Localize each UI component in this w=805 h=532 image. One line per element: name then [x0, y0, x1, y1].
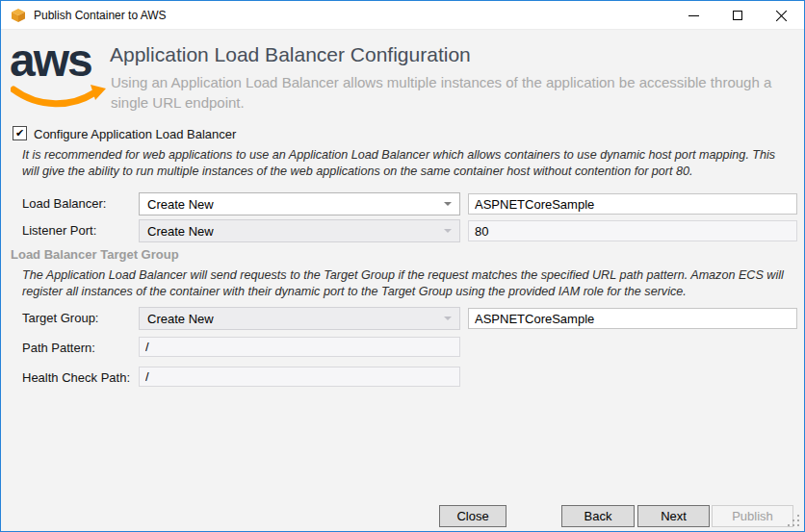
listener-port-dropdown-value: Create New: [140, 224, 444, 239]
load-balancer-name-input[interactable]: [468, 193, 797, 215]
window-title: Publish Container to AWS: [34, 9, 167, 22]
target-group-heading: Load Balancer Target Group: [11, 247, 179, 262]
target-group-description: The Application Load Balancer will send …: [22, 267, 794, 300]
load-balancer-dropdown-value: Create New: [140, 197, 444, 212]
target-group-label: Target Group:: [22, 311, 99, 325]
minimize-icon: [688, 15, 699, 16]
resize-grip[interactable]: [788, 515, 801, 528]
titlebar: Publish Container to AWS: [1, 1, 804, 30]
window-controls: [671, 1, 804, 30]
path-pattern-label: Path Pattern:: [22, 341, 95, 355]
listener-port-dropdown: Create New: [139, 219, 460, 242]
health-check-path-input[interactable]: [139, 367, 460, 387]
back-button[interactable]: Back: [561, 505, 635, 527]
load-balancer-label: Load Balancer:: [22, 196, 106, 211]
chevron-down-icon: [444, 202, 452, 206]
configure-alb-checkbox[interactable]: ✔: [13, 126, 27, 140]
publish-button: Publish: [712, 505, 793, 527]
chevron-down-icon: [444, 317, 452, 320]
aws-logo-text: aws: [10, 39, 108, 82]
path-pattern-input[interactable]: [139, 337, 460, 357]
footer-close-button[interactable]: Close: [439, 505, 506, 527]
titlebar-close-button[interactable]: [760, 1, 804, 30]
checkmark-icon: ✔: [15, 128, 24, 139]
configure-alb-label: Configure Application Load Balancer: [34, 127, 236, 141]
target-group-dropdown: Create New: [139, 307, 460, 330]
page-subtitle: Using an Application Load Balancer allow…: [111, 72, 798, 113]
listener-port-label: Listener Port:: [22, 223, 96, 238]
next-button[interactable]: Next: [637, 505, 710, 527]
minimize-button[interactable]: [671, 1, 715, 30]
maximize-icon: [733, 11, 742, 20]
health-check-path-label: Health Check Path:: [22, 370, 130, 385]
chevron-down-icon: [444, 229, 452, 233]
maximize-button[interactable]: [715, 1, 760, 30]
publish-container-dialog: Publish Container to AWS aws Application…: [0, 0, 805, 532]
target-group-dropdown-value: Create New: [140, 312, 444, 326]
page-title: Application Load Balancer Configuration: [110, 43, 471, 66]
target-group-name-input[interactable]: [468, 308, 797, 329]
listener-port-input[interactable]: [468, 220, 797, 241]
aws-smile-icon: [11, 84, 107, 111]
aws-logo: aws: [10, 39, 108, 113]
load-balancer-dropdown[interactable]: Create New: [139, 192, 460, 215]
close-icon: [776, 10, 788, 21]
aws-cube-app-icon: [11, 8, 26, 23]
alb-description: It is recommended for web applications t…: [22, 147, 794, 180]
